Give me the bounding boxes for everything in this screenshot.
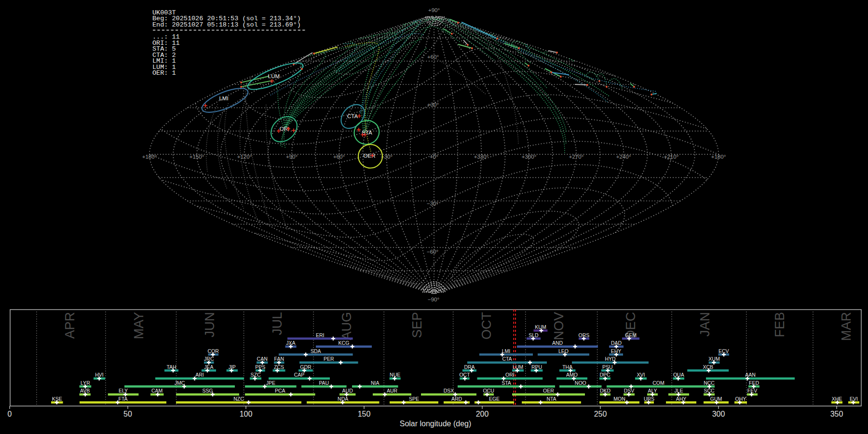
svg-text:AND: AND xyxy=(552,340,563,346)
svg-text:OHY: OHY xyxy=(735,396,746,402)
svg-text:OCT: OCT xyxy=(479,312,494,339)
svg-text:+270°: +270° xyxy=(569,154,584,160)
svg-text:+30°: +30° xyxy=(427,102,439,108)
svg-text:200: 200 xyxy=(476,410,489,418)
svg-text:TAH: TAH xyxy=(166,364,176,370)
svg-text:NIA: NIA xyxy=(371,380,380,386)
svg-text:PCA: PCA xyxy=(275,388,285,393)
svg-text:CAM: CAM xyxy=(151,388,163,393)
svg-text:OER: 1: OER: 1 xyxy=(152,69,176,77)
svg-text:SDA: SDA xyxy=(311,348,321,354)
svg-text:FEV: FEV xyxy=(747,388,757,393)
svg-text:DRA: DRA xyxy=(464,364,475,370)
svg-text:+90°: +90° xyxy=(428,7,440,13)
svg-text:SZC: SZC xyxy=(251,372,261,378)
svg-text:LUM: LUM xyxy=(268,73,280,79)
svg-text:JPE: JPE xyxy=(266,380,275,386)
svg-text:COM: COM xyxy=(652,380,665,386)
svg-text:MAR: MAR xyxy=(839,312,854,341)
svg-text:150: 150 xyxy=(358,410,371,418)
svg-text:JIP: JIP xyxy=(229,364,236,370)
svg-text:+60°: +60° xyxy=(333,154,345,160)
svg-text:JUL: JUL xyxy=(270,312,285,335)
svg-text:+180°: +180° xyxy=(142,154,157,160)
svg-text:KCG: KCG xyxy=(339,340,350,346)
svg-text:+0°: +0° xyxy=(430,154,438,160)
svg-text:ERI: ERI xyxy=(316,332,325,338)
svg-text:GEM: GEM xyxy=(625,332,637,338)
svg-text:−60°: −60° xyxy=(427,249,438,255)
svg-text:+210°: +210° xyxy=(664,154,679,160)
svg-text:+90°: +90° xyxy=(286,154,298,160)
svg-text:NOV: NOV xyxy=(552,312,566,340)
svg-text:+180°: +180° xyxy=(711,154,726,160)
svg-text:JUN: JUN xyxy=(203,312,217,338)
svg-text:+240°: +240° xyxy=(616,154,631,160)
svg-text:ARD: ARD xyxy=(451,396,462,402)
svg-text:100: 100 xyxy=(240,410,253,418)
svg-text:CTA: CTA xyxy=(502,356,512,362)
svg-text:−30°: −30° xyxy=(427,201,438,206)
svg-text:+330°: +330° xyxy=(474,154,489,160)
svg-text:EGE: EGE xyxy=(489,396,500,402)
svg-text:JEA: JEA xyxy=(204,364,213,370)
svg-text:FTA: FTA xyxy=(118,396,127,402)
svg-text:AMO: AMO xyxy=(566,372,578,378)
svg-text:AUG: AUG xyxy=(339,312,354,340)
svg-text:SEP: SEP xyxy=(410,312,424,338)
svg-text:ZCS: ZCS xyxy=(274,364,284,370)
svg-text:0: 0 xyxy=(8,410,12,418)
svg-text:ELY: ELY xyxy=(119,388,128,393)
svg-text:CTA: CTA xyxy=(347,113,358,119)
svg-text:JAN: JAN xyxy=(698,312,712,337)
svg-text:AHY: AHY xyxy=(676,396,687,402)
svg-text:+150°: +150° xyxy=(190,154,204,160)
svg-text:KUM: KUM xyxy=(535,324,546,330)
svg-text:MAY: MAY xyxy=(132,312,146,339)
svg-text:AUD: AUD xyxy=(342,388,353,393)
svg-text:50: 50 xyxy=(123,410,132,418)
svg-text:+60°: +60° xyxy=(427,54,439,60)
svg-text:NTA: NTA xyxy=(546,396,556,402)
svg-text:PAU: PAU xyxy=(319,380,329,386)
svg-text:GDR: GDR xyxy=(300,364,312,370)
svg-text:End: 20251027 05:18:13 (sol =: End: 20251027 05:18:13 (sol = 213.69°) xyxy=(152,21,301,28)
svg-text:LMI: LMI xyxy=(502,348,511,354)
svg-text:ARI: ARI xyxy=(195,372,204,378)
svg-text:STA: STA xyxy=(502,380,511,386)
svg-text:AUR: AUR xyxy=(387,388,398,393)
svg-text:LMI: LMI xyxy=(219,95,228,101)
svg-text:JMC: JMC xyxy=(175,380,185,386)
svg-text:MON: MON xyxy=(613,396,625,402)
svg-text:XCB: XCB xyxy=(703,364,713,370)
svg-text:300: 300 xyxy=(712,410,725,418)
svg-text:Solar longitude (deg): Solar longitude (deg) xyxy=(400,420,472,428)
svg-text:NOO: NOO xyxy=(575,380,586,386)
svg-text:SSG: SSG xyxy=(202,388,213,393)
svg-text:PER: PER xyxy=(324,356,334,362)
svg-text:−90°: −90° xyxy=(428,297,439,302)
svg-text:LUM: LUM xyxy=(513,364,523,370)
svg-text:AAN: AAN xyxy=(745,372,756,378)
svg-text:250: 250 xyxy=(594,410,607,418)
svg-text:+300°: +300° xyxy=(522,154,537,160)
svg-text:OCU: OCU xyxy=(483,388,494,393)
svg-text:LEO: LEO xyxy=(558,348,569,354)
svg-text:350: 350 xyxy=(830,410,843,418)
svg-text:APR: APR xyxy=(63,312,77,339)
svg-text:CAP: CAP xyxy=(294,372,305,378)
svg-text:DSX: DSX xyxy=(444,388,454,393)
svg-text:ORI: ORI xyxy=(505,372,515,378)
svg-text:SPE: SPE xyxy=(409,396,419,402)
svg-text:NZC: NZC xyxy=(233,396,244,402)
svg-text:FEB: FEB xyxy=(773,312,787,338)
svg-text:+120°: +120° xyxy=(237,154,252,160)
svg-text:OER: OER xyxy=(543,388,554,393)
